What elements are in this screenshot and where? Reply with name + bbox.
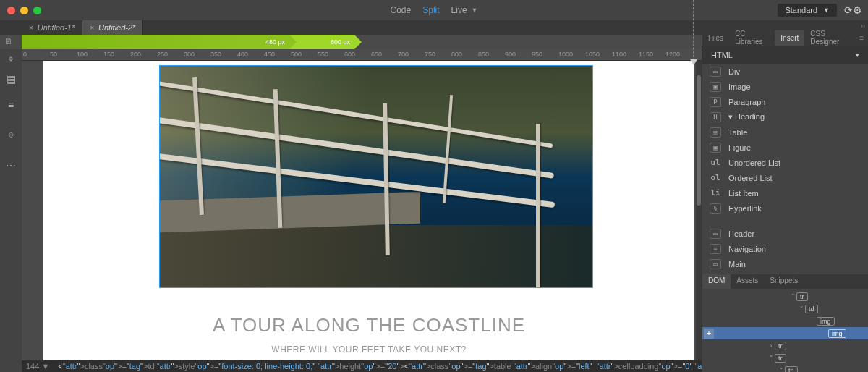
ruler-tick: 650 — [371, 51, 382, 58]
files-panel-tab[interactable]: Files — [702, 30, 729, 46]
dom-node[interactable]: +img — [702, 327, 868, 339]
insert-item-list: ▭Div▣ImagePParagraphH▾ Heading⊞Table▣Fig… — [702, 64, 868, 216]
insert-item[interactable]: §Hyperlink — [702, 200, 868, 216]
insert-item[interactable]: liList Item — [702, 185, 868, 200]
page-subheading[interactable]: WHERE WILL YOUR FEET TAKE YOU NEXT? — [43, 344, 694, 355]
right-panels: Files CC Libraries Insert CSS Designer ≡… — [702, 49, 868, 372]
ruler-tick: 300 — [184, 51, 195, 58]
insert-item-label: Div — [728, 67, 740, 76]
document-tab[interactable]: × Untitled-2* — [82, 20, 143, 35]
dom-node[interactable]: ˅tr — [702, 352, 868, 364]
panel-menu-icon[interactable]: ≡ — [855, 34, 868, 42]
insert-item-icon: li — [710, 189, 721, 198]
insert-item[interactable]: olOrdered List — [702, 170, 868, 185]
insert-item[interactable]: ⊞Table — [702, 124, 868, 140]
file-icon[interactable]: 🗎 — [4, 36, 13, 46]
workspace-selector[interactable]: Standard ▼ — [778, 4, 837, 17]
insert-item-label: Image — [728, 83, 751, 91]
add-element-button[interactable]: + — [704, 329, 714, 339]
insert-item-label: List Item — [728, 189, 759, 198]
insert-item[interactable]: ▭Div — [702, 64, 868, 79]
expand-arrow-icon[interactable]: ˅ — [789, 293, 796, 300]
ruler-tick: 700 — [398, 51, 409, 58]
snippets-tab[interactable]: Snippets — [764, 274, 804, 289]
document-tab[interactable]: × Untitled-1* — [22, 20, 82, 35]
tab-label: Untitled-2* — [98, 23, 135, 32]
ruler-tick: 400 — [237, 51, 248, 58]
insert-item-icon: ≡ — [710, 244, 721, 254]
ruler-tick: 1000 — [558, 51, 573, 58]
insert-item-icon: P — [710, 97, 721, 107]
panel-tab-group: Files CC Libraries Insert CSS Designer ≡ — [702, 29, 868, 46]
insert-item-icon: § — [710, 203, 721, 214]
code-content: <"attr">class"op">="tag">td "attr">style… — [58, 362, 702, 371]
code-view-tab[interactable]: Code — [391, 5, 412, 15]
close-tab-icon[interactable]: × — [90, 24, 94, 32]
selected-image[interactable] — [159, 65, 593, 288]
fullscreen-window-button[interactable] — [33, 7, 41, 14]
ruler-tick: 1200 — [665, 51, 680, 58]
dom-node[interactable]: ˅tr — [702, 290, 868, 303]
insert-category-label: HTML — [711, 51, 733, 59]
expand-arrow-icon[interactable]: ˅ — [767, 355, 775, 362]
insert-item[interactable]: H▾ Heading — [702, 109, 868, 124]
ruler-tick: 1150 — [639, 51, 653, 58]
expand-arrow-icon[interactable]: ˅ — [798, 305, 805, 313]
insert-item-label: Header — [728, 229, 754, 238]
breakpoint-600[interactable]: 600 px — [289, 35, 354, 49]
tool-icon[interactable]: ▤ — [4, 72, 17, 85]
dom-tag-label: tr — [775, 342, 786, 350]
insert-item[interactable]: ≡Navigation — [702, 241, 868, 256]
title-bar: Code Split Live ▼ Standard ▼ ⟳⚙ — [0, 0, 868, 20]
ruler-tick: 550 — [318, 51, 328, 58]
dom-tab[interactable]: DOM — [702, 274, 731, 289]
insert-item[interactable]: ▣Image — [702, 79, 868, 94]
insert-item-label: Table — [728, 128, 747, 137]
insert-item-icon: ul — [710, 158, 721, 167]
dom-node[interactable]: ›tr — [702, 339, 868, 352]
css-designer-panel-tab[interactable]: CSS Designer — [804, 26, 855, 49]
ruler-tick: 450 — [264, 51, 275, 58]
design-view: 0501001502002503003504004505005506006507… — [22, 49, 702, 372]
tool-icon[interactable]: ⌖ — [4, 52, 17, 65]
cc-libraries-panel-tab[interactable]: CC Libraries — [729, 26, 775, 49]
tool-icon[interactable]: ≡ — [4, 98, 17, 111]
sync-settings-icon[interactable]: ⟳⚙ — [844, 4, 862, 16]
minimize-window-button[interactable] — [20, 7, 28, 14]
insert-panel-tab[interactable]: Insert — [775, 30, 804, 46]
split-view-tab[interactable]: Split — [422, 5, 439, 15]
insert-item-label: Hyperlink — [728, 204, 762, 213]
document-canvas[interactable]: A TOUR ALONG THE COASTLINE WHERE WILL YO… — [43, 61, 694, 360]
dom-node[interactable]: ˅td — [702, 303, 868, 315]
insert-item[interactable]: ulUnordered List — [702, 155, 868, 170]
close-window-button[interactable] — [7, 7, 15, 14]
dom-tree[interactable]: ˅tr˅tdimg+img›tr˅tr˅td˅table˅tbody — [702, 289, 868, 372]
live-dropdown-icon[interactable]: ▼ — [472, 7, 478, 14]
insert-item[interactable]: ▣Figure — [702, 140, 868, 155]
vertical-scrollbar[interactable] — [696, 61, 702, 372]
more-tools-icon[interactable]: ⋯ — [4, 159, 17, 172]
line-number: 144 ▼ — [26, 362, 49, 371]
expand-arrow-icon[interactable]: ˅ — [778, 367, 785, 373]
chevron-down-icon: ▾ — [856, 51, 859, 59]
insert-item[interactable]: ▭Main — [702, 256, 868, 271]
ruler-tick: 350 — [210, 51, 221, 58]
horizontal-ruler: 0501001502002503003504004505005506006507… — [22, 49, 702, 61]
ruler-tick: 250 — [157, 51, 168, 58]
page-heading[interactable]: A TOUR ALONG THE COASTLINE — [43, 314, 694, 337]
insert-item[interactable]: PParagraph — [702, 94, 868, 109]
expand-arrow-icon[interactable]: › — [767, 342, 775, 350]
assets-tab[interactable]: Assets — [731, 274, 764, 289]
code-view-line[interactable]: 144 ▼ <"attr">class"op">="tag">td "attr"… — [22, 360, 702, 372]
breakpoint-480[interactable]: 480 px — [22, 35, 289, 49]
close-tab-icon[interactable]: × — [29, 24, 33, 32]
breakpoint-label: 600 px — [331, 38, 350, 46]
live-view-tab[interactable]: Live — [451, 5, 467, 15]
tool-icon[interactable]: ⟐ — [4, 127, 17, 140]
ruler-tick: 850 — [478, 51, 489, 58]
insert-item[interactable]: ▭Header — [702, 226, 868, 241]
ruler-tick: 950 — [532, 51, 542, 58]
insert-item-list: ▭Header≡Navigation▭Main — [702, 226, 868, 271]
dom-node[interactable]: img — [702, 315, 868, 327]
dom-node[interactable]: ˅td — [702, 364, 868, 372]
